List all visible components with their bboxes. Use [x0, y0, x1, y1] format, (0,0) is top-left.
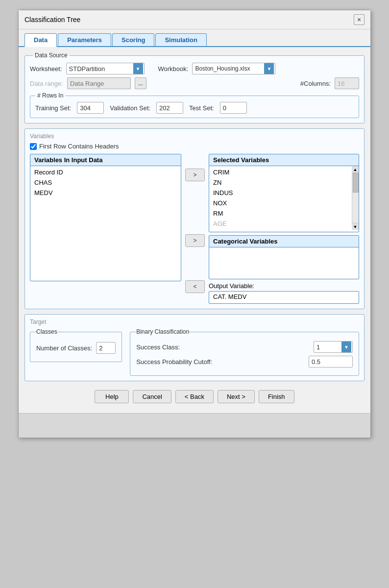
- scroll-up-arrow[interactable]: ▲: [352, 166, 359, 173]
- variables-section: Variables First Row Contains Headers Var…: [24, 128, 365, 309]
- list-item[interactable]: MEDV: [30, 188, 181, 198]
- next-button[interactable]: Next >: [218, 390, 255, 403]
- list-item[interactable]: Record ID: [30, 167, 181, 177]
- cancel-button[interactable]: Cancel: [133, 390, 171, 403]
- classes-legend: Classes: [36, 328, 57, 335]
- list-item[interactable]: RM: [209, 208, 350, 219]
- first-row-checkbox[interactable]: [30, 143, 37, 150]
- scrollbar-thumb: [353, 173, 359, 193]
- right-lists: Selected Variables CRIM ZN INDUS NOX RM …: [209, 154, 359, 304]
- num-classes-label: Number of Classes:: [36, 344, 92, 352]
- success-class-row: Success Class: 1 ▼: [136, 341, 353, 353]
- tab-data[interactable]: Data: [24, 33, 57, 47]
- success-class-dropdown-arrow[interactable]: ▼: [341, 342, 351, 352]
- worksheet-select[interactable]: STDPartition ▼: [66, 63, 145, 74]
- move-right-2-button[interactable]: >: [185, 234, 205, 247]
- output-variable-row: Output Variable: CAT. MEDV: [209, 282, 359, 304]
- data-source-legend: Data Source: [33, 52, 70, 59]
- output-variable-value[interactable]: CAT. MEDV: [209, 291, 359, 304]
- data-range-row: Data range: ... #Columns:: [30, 77, 359, 89]
- selected-variables-header-text: Selected Variables: [213, 156, 269, 164]
- move-right-1-button[interactable]: >: [185, 169, 205, 181]
- target-inner: Classes Number of Classes: Binary Classi…: [30, 328, 359, 376]
- close-button[interactable]: ×: [354, 14, 365, 25]
- move-left-button[interactable]: <: [185, 280, 205, 293]
- close-icon: ×: [357, 16, 361, 24]
- workbook-label: Workbook:: [158, 65, 189, 73]
- list-item[interactable]: ZN: [209, 177, 350, 188]
- browse-button[interactable]: ...: [135, 77, 146, 89]
- list-item[interactable]: AGE: [209, 219, 350, 229]
- back-button[interactable]: < Back: [175, 390, 214, 403]
- input-variables-header: Variables In Input Data: [30, 154, 181, 166]
- tab-scoring[interactable]: Scoring: [112, 33, 154, 46]
- binary-legend: Binary Classification: [136, 328, 189, 335]
- categorical-variables-box: Categorical Variables: [209, 235, 359, 279]
- worksheet-row: Worksheet: STDPartition ▼ Workbook: Bost…: [30, 63, 359, 74]
- test-label: Test Set:: [189, 104, 214, 112]
- cutoff-row: Success Probability Cutoff:: [136, 356, 353, 368]
- title-bar: Classification Tree ×: [19, 10, 370, 29]
- cutoff-input[interactable]: [309, 356, 353, 368]
- data-range-label: Data range:: [30, 80, 63, 87]
- training-input[interactable]: [77, 102, 104, 114]
- num-classes-row: Number of Classes:: [36, 342, 116, 354]
- dialog-body: Data Source Worksheet: STDPartition ▼ Wo…: [19, 47, 370, 413]
- binary-classification-box: Binary Classification Success Class: 1 ▼…: [130, 328, 359, 376]
- list-item[interactable]: NOX: [209, 198, 350, 208]
- output-variable-label: Output Variable:: [209, 282, 359, 290]
- success-class-value: 1: [316, 343, 340, 351]
- success-class-select[interactable]: 1 ▼: [314, 341, 353, 353]
- middle-buttons: > > <: [185, 154, 205, 293]
- rows-section: # Rows In Training Set: Validation Set: …: [30, 92, 359, 118]
- columns-label: #Columns:: [300, 80, 331, 87]
- rows-legend: # Rows In: [35, 92, 65, 99]
- rows-row: Training Set: Validation Set: Test Set:: [35, 102, 354, 114]
- workbook-select[interactable]: Boston_Housing.xlsx ▼: [192, 63, 275, 74]
- data-range-input[interactable]: [67, 77, 131, 89]
- scroll-down-arrow[interactable]: ▼: [352, 223, 359, 230]
- classification-tree-dialog: Classification Tree × Data Parameters Sc…: [18, 10, 371, 438]
- success-class-label: Success Class:: [136, 343, 180, 351]
- worksheet-label: Worksheet:: [30, 65, 62, 73]
- selected-variables-header: Selected Variables: [209, 154, 359, 166]
- target-legend: Target: [30, 318, 359, 325]
- input-variables-list: Record ID CHAS MEDV: [30, 166, 181, 225]
- validation-input[interactable]: [156, 102, 183, 114]
- worksheet-dropdown-arrow[interactable]: ▼: [133, 63, 143, 74]
- selected-vars-content: CRIM ZN INDUS NOX RM AGE ▲ ▼: [209, 166, 359, 230]
- status-bar: [19, 413, 370, 438]
- classes-box: Classes Number of Classes:: [30, 328, 122, 362]
- workbook-dropdown-arrow[interactable]: ▼: [264, 63, 274, 74]
- tab-parameters[interactable]: Parameters: [58, 33, 111, 46]
- dialog-title: Classification Tree: [24, 16, 80, 24]
- workbook-value: Boston_Housing.xlsx: [195, 65, 262, 72]
- list-item[interactable]: CRIM: [209, 167, 350, 177]
- training-label: Training Set:: [35, 104, 71, 112]
- categorical-variables-header: Categorical Variables: [209, 236, 359, 247]
- data-source-section: Data Source Worksheet: STDPartition ▼ Wo…: [24, 52, 365, 123]
- num-classes-input[interactable]: [96, 342, 116, 354]
- finish-button[interactable]: Finish: [259, 390, 294, 403]
- list-item[interactable]: CHAS: [30, 177, 181, 188]
- target-section: Target Classes Number of Classes: Binary…: [24, 314, 365, 381]
- validation-label: Validation Set:: [110, 104, 150, 112]
- test-input[interactable]: [220, 102, 247, 114]
- tabs-row: Data Parameters Scoring Simulation: [19, 29, 370, 47]
- input-variables-box: Variables In Input Data Record ID CHAS M…: [30, 154, 181, 281]
- arrow-right-1-icon: >: [193, 172, 196, 178]
- categorical-vars-list: [209, 247, 359, 277]
- arrow-right-2-icon: >: [193, 237, 196, 244]
- help-button[interactable]: Help: [95, 390, 129, 403]
- variables-legend: Variables: [30, 133, 359, 140]
- arrow-left-icon: <: [193, 283, 196, 290]
- worksheet-value: STDPartition: [69, 65, 131, 73]
- selected-vars-items: CRIM ZN INDUS NOX RM AGE: [209, 166, 359, 230]
- list-item[interactable]: INDUS: [209, 188, 350, 198]
- cutoff-label: Success Probability Cutoff:: [136, 358, 212, 366]
- tab-simulation[interactable]: Simulation: [155, 33, 206, 46]
- selected-variables-box: Selected Variables CRIM ZN INDUS NOX RM …: [209, 154, 359, 232]
- variables-layout: Variables In Input Data Record ID CHAS M…: [30, 154, 359, 304]
- columns-input: [335, 77, 359, 89]
- scrollbar-track[interactable]: ▲ ▼: [352, 166, 359, 230]
